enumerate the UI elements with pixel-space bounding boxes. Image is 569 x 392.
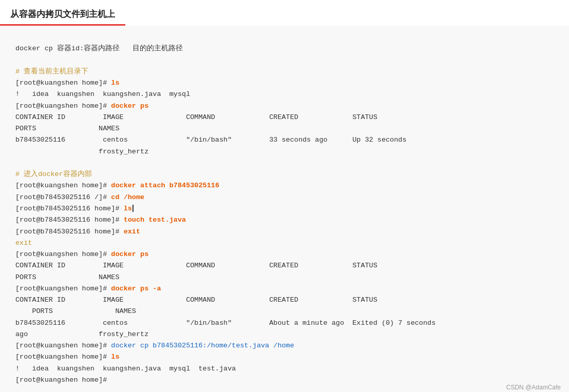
title-section: 从容器内拷贝文件到主机上: [0, 0, 125, 26]
line-docker-ps2: [root@kuangshen home]# docker ps: [15, 249, 554, 260]
page-title: 从容器内拷贝文件到主机上: [10, 9, 115, 19]
table-header-2: CONTAINER ID IMAGE COMMAND CREATED STATU…: [15, 260, 554, 271]
blank-line-1: [15, 55, 554, 66]
line-docker-attach: [root@kuangshen home]# docker attach b78…: [15, 180, 554, 191]
table-header-2b: PORTS NAMES: [15, 272, 554, 283]
line-touch: [root@b78453025116 home]# touch test.jav…: [15, 214, 554, 226]
line-docker-ps1: [root@kuangshen home]# docker ps: [15, 101, 554, 112]
table-header-3: CONTAINER ID IMAGE COMMAND CREATED STATU…: [15, 295, 554, 306]
line-ls2: [root@kuangshen home]# ls: [15, 351, 554, 363]
comment-check-dir: # 查看当前主机目录下: [15, 66, 554, 77]
table-row-1b: frosty_hertz: [15, 146, 554, 158]
page-wrapper: 从容器内拷贝文件到主机上 docker cp 容器id:容器内路径 目的的主机路…: [0, 0, 569, 392]
comment-enter-container: # 进入docker容器内部: [15, 169, 554, 180]
blank-line-0: [15, 32, 554, 43]
table-row-1: b78453025116 centos "/bin/bash" 33 secon…: [15, 134, 554, 146]
table-header-3b: PORTS NAMES: [15, 306, 554, 317]
content-area: docker cp 容器id:容器内路径 目的的主机路径 # 查看当前主机目录下…: [0, 26, 569, 392]
line-docker-ps-a: [root@kuangshen home]# docker ps -a: [15, 283, 554, 295]
table-header-1b: PORTS NAMES: [15, 123, 554, 134]
line-ls-cursor: [root@b78453025116 home]# ls: [15, 203, 554, 214]
table-header-1: CONTAINER ID IMAGE COMMAND CREATED STATU…: [15, 112, 554, 123]
line-exit-cmd: [root@b78453025116 home]# exit: [15, 226, 554, 238]
line-cd-home: [root@b78453025116 /]# cd /home: [15, 192, 554, 203]
watermark: CSDN @AdamCafe: [506, 384, 561, 391]
blank-line-2: [15, 158, 554, 169]
line-ls1: [root@kuangshen home]# ls: [15, 77, 554, 89]
line-docker-cp: [root@kuangshen home]# docker cp b784530…: [15, 340, 554, 351]
line-final-prompt: [root@kuangshen home]#: [15, 375, 554, 386]
table-row-exited-b: ago frosty_hertz: [15, 329, 554, 340]
docker-cp-desc: docker cp 容器id:容器内路径 目的的主机路径: [15, 43, 554, 54]
table-row-exited: b78453025116 centos "/bin/bash" About a …: [15, 318, 554, 329]
exit-output: exit: [15, 238, 554, 249]
ls-output-2: ! idea kuangshen kuangshen.java mysql te…: [15, 363, 554, 375]
ls-output-1: ! idea kuangshen kuangshen.java mysql: [15, 89, 554, 100]
